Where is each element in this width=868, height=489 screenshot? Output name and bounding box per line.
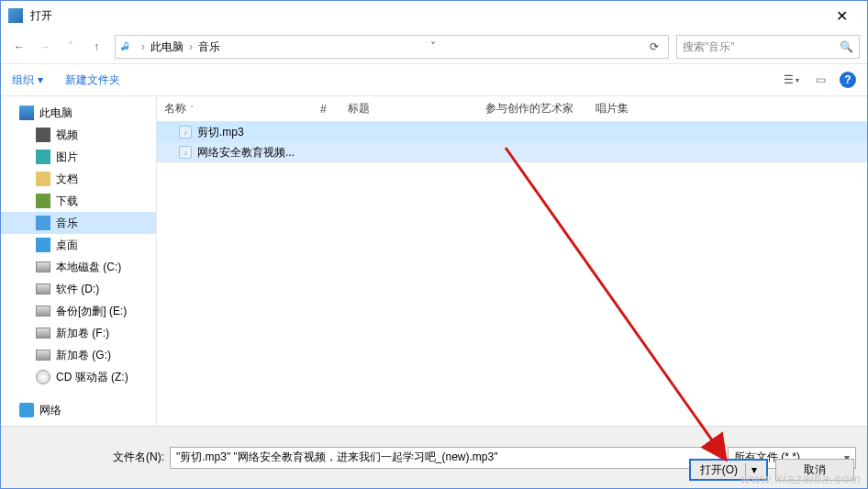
toolbar: 组织 ▾ 新建文件夹 ☰ ▾ ▭ ? <box>1 63 867 96</box>
file-name: 剪切.mp3 <box>197 125 244 140</box>
chevron-down-icon: ▾ <box>796 76 799 84</box>
search-placeholder: 搜索"音乐" <box>683 39 735 55</box>
column-label: 名称 <box>164 101 186 117</box>
navbar: ← → ˅ ↑ › 此电脑 › 音乐 ˅ ⟳ 搜索"音乐" 🔍 <box>1 30 867 63</box>
sidebar-item-disk-g[interactable]: 新加卷 (G:) <box>1 344 156 366</box>
sidebar-item-cd[interactable]: CD 驱动器 (Z:) <box>1 366 156 388</box>
disk-icon <box>36 283 50 295</box>
disk-icon <box>36 306 50 317</box>
file-area: 名称˄ # 标题 参与创作的艺术家 唱片集 ♪ 剪切.mp3 ♪ 网络安全教育视… <box>157 96 867 431</box>
file-list: ♪ 剪切.mp3 ♪ 网络安全教育视频... <box>157 122 867 431</box>
main-area: 此电脑 视频 图片 文档 下载 音乐 桌面 本地磁盘 (C:) 软件 (D:) … <box>1 96 867 431</box>
close-button[interactable]: ✕ <box>823 7 860 25</box>
organize-menu[interactable]: 组织 ▾ <box>12 72 43 88</box>
sidebar-item-label: 本地磁盘 (C:) <box>56 260 121 275</box>
sidebar-item-downloads[interactable]: 下载 <box>1 190 156 212</box>
app-icon <box>8 8 23 23</box>
filename-input[interactable] <box>170 447 720 469</box>
sidebar-item-disk-d[interactable]: 软件 (D:) <box>1 278 156 300</box>
chevron-down-icon: ▾ <box>38 73 43 86</box>
sidebar-item-label: 网络 <box>39 403 61 418</box>
up-button[interactable]: ↑ <box>85 36 107 58</box>
file-name: 网络安全教育视频... <box>197 145 295 161</box>
sidebar-item-disk-c[interactable]: 本地磁盘 (C:) <box>1 256 156 278</box>
history-dropdown[interactable]: ˅ <box>60 36 82 58</box>
computer-icon <box>19 106 34 120</box>
cd-icon <box>36 370 50 384</box>
breadcrumb-sep: › <box>138 40 149 53</box>
help-button[interactable]: ? <box>840 72 856 88</box>
watermark: www.xiazaiba.com <box>741 472 862 486</box>
sidebar-item-disk-f[interactable]: 新加卷 (F:) <box>1 322 156 344</box>
sidebar-item-pictures[interactable]: 图片 <box>1 146 156 168</box>
sort-asc-icon: ˄ <box>190 105 195 114</box>
music-icon <box>36 216 50 230</box>
sidebar-item-desktop[interactable]: 桌面 <box>1 234 156 256</box>
disk-icon <box>36 328 50 339</box>
network-icon <box>19 403 34 417</box>
download-icon <box>36 194 50 208</box>
column-artist[interactable]: 参与创作的艺术家 <box>478 101 588 117</box>
audio-file-icon: ♪ <box>179 146 192 159</box>
sidebar-item-label: 备份[勿删] (E:) <box>56 304 127 319</box>
column-headers: 名称˄ # 标题 参与创作的艺术家 唱片集 <box>157 96 867 122</box>
sidebar-item-label: 视频 <box>56 128 78 143</box>
video-icon <box>36 128 50 142</box>
forward-button[interactable]: → <box>34 36 56 58</box>
disk-icon <box>36 261 50 272</box>
disk-icon <box>36 350 50 361</box>
open-label: 打开(O) <box>700 462 738 478</box>
refresh-icon[interactable]: ⟳ <box>644 40 664 53</box>
organize-label: 组织 <box>12 72 34 88</box>
address-dropdown-icon[interactable]: ˅ <box>425 40 441 53</box>
column-name[interactable]: 名称˄ <box>157 101 313 117</box>
desktop-icon <box>36 238 50 252</box>
sidebar-item-label: 新加卷 (F:) <box>56 326 109 341</box>
sidebar-item-videos[interactable]: 视频 <box>1 124 156 146</box>
filename-label: 文件名(N): <box>113 450 164 465</box>
sidebar-item-label: 新加卷 (G:) <box>56 348 111 363</box>
breadcrumb-sep: › <box>185 40 196 53</box>
sidebar-item-documents[interactable]: 文档 <box>1 168 156 190</box>
sidebar-item-label: 文档 <box>56 172 78 187</box>
picture-icon <box>36 150 50 164</box>
sidebar-item-label: CD 驱动器 (Z:) <box>56 370 128 385</box>
address-bar[interactable]: › 此电脑 › 音乐 ˅ ⟳ <box>115 35 669 59</box>
sidebar-item-label: 下载 <box>56 194 78 209</box>
column-album[interactable]: 唱片集 <box>588 101 680 117</box>
audio-file-icon: ♪ <box>179 126 192 139</box>
sidebar-item-label: 此电脑 <box>39 106 72 121</box>
list-view-icon: ☰ <box>784 73 794 86</box>
preview-pane-button[interactable]: ▭ <box>810 71 830 89</box>
sidebar-item-label: 音乐 <box>56 216 78 231</box>
column-number[interactable]: # <box>313 103 340 116</box>
sidebar-item-label: 桌面 <box>56 238 78 253</box>
bottom-panel: 文件名(N): 所有文件 (*.*) ▾ 打开(O) ▾ 取消 <box>1 426 867 488</box>
breadcrumb-current[interactable]: 音乐 <box>196 39 222 55</box>
view-mode-button[interactable]: ☰ ▾ <box>781 71 801 89</box>
back-button[interactable]: ← <box>8 36 30 58</box>
titlebar: 打开 ✕ <box>1 1 867 30</box>
sidebar-item-music[interactable]: 音乐 <box>1 212 156 234</box>
breadcrumb-root[interactable]: 此电脑 <box>149 39 185 55</box>
search-icon: 🔍 <box>840 40 853 53</box>
document-icon <box>36 172 50 186</box>
window-title: 打开 <box>30 8 823 24</box>
file-row[interactable]: ♪ 剪切.mp3 <box>157 122 867 142</box>
file-row[interactable]: ♪ 网络安全教育视频... <box>157 142 867 162</box>
sidebar: 此电脑 视频 图片 文档 下载 音乐 桌面 本地磁盘 (C:) 软件 (D:) … <box>1 96 157 431</box>
column-title[interactable]: 标题 <box>340 101 478 117</box>
search-input[interactable]: 搜索"音乐" 🔍 <box>676 35 860 59</box>
sidebar-item-network[interactable]: 网络 <box>1 399 156 421</box>
sidebar-item-disk-e[interactable]: 备份[勿删] (E:) <box>1 300 156 322</box>
sidebar-item-label: 软件 (D:) <box>56 282 99 297</box>
music-folder-icon <box>119 39 134 54</box>
sidebar-item-label: 图片 <box>56 150 78 165</box>
sidebar-item-computer[interactable]: 此电脑 <box>1 102 156 124</box>
new-folder-button[interactable]: 新建文件夹 <box>65 72 120 88</box>
